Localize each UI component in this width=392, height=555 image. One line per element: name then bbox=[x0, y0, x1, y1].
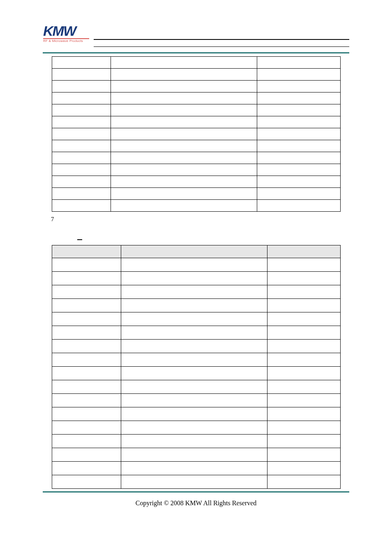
table-header-cell bbox=[121, 245, 267, 258]
table-cell bbox=[52, 448, 121, 462]
spec-table-1 bbox=[52, 56, 341, 212]
table-cell bbox=[257, 152, 341, 164]
table-cell bbox=[121, 299, 267, 312]
table-cell bbox=[52, 188, 111, 200]
table-row bbox=[52, 394, 341, 407]
table-row bbox=[52, 285, 341, 299]
table-cell bbox=[52, 285, 121, 299]
table-row bbox=[52, 435, 341, 448]
page-number: 7 bbox=[51, 216, 54, 223]
table-cell bbox=[111, 104, 257, 116]
table-cell bbox=[257, 140, 341, 152]
table-cell bbox=[111, 116, 257, 128]
table-row bbox=[52, 152, 341, 164]
table-cell bbox=[52, 367, 121, 380]
section-dash bbox=[77, 239, 82, 240]
table-row bbox=[52, 475, 341, 489]
table-cell bbox=[111, 92, 257, 104]
header-rule-1 bbox=[94, 39, 349, 40]
table-row bbox=[52, 200, 341, 212]
table-cell bbox=[257, 69, 341, 81]
table-cell bbox=[121, 258, 267, 272]
table-cell bbox=[267, 367, 341, 380]
table-cell bbox=[267, 258, 341, 272]
logo-text: KMW bbox=[43, 25, 91, 37]
table-cell bbox=[52, 176, 111, 188]
table-cell bbox=[52, 326, 121, 340]
table-cell bbox=[111, 81, 257, 92]
table-cell bbox=[257, 200, 341, 212]
table-row bbox=[52, 92, 341, 104]
table-cell bbox=[121, 340, 267, 353]
table-row bbox=[52, 299, 341, 312]
table-cell bbox=[52, 69, 111, 81]
table-row bbox=[52, 176, 341, 188]
table-cell bbox=[121, 448, 267, 462]
table-cell bbox=[52, 394, 121, 407]
table-row bbox=[52, 128, 341, 140]
table-cell bbox=[257, 116, 341, 128]
table-row bbox=[52, 407, 341, 421]
table-cell bbox=[267, 353, 341, 367]
table-header-cell bbox=[52, 245, 121, 258]
table-cell bbox=[267, 407, 341, 421]
table-cell bbox=[111, 164, 257, 176]
table-cell bbox=[52, 435, 121, 448]
spec-table-2 bbox=[52, 245, 341, 489]
table-row bbox=[52, 340, 341, 353]
table-row bbox=[52, 188, 341, 200]
table-cell bbox=[52, 164, 111, 176]
table-cell bbox=[121, 367, 267, 380]
table-cell bbox=[52, 128, 111, 140]
table-row bbox=[52, 272, 341, 285]
brand-logo: KMW RF & Microwave Products bbox=[43, 25, 91, 49]
table-cell bbox=[257, 164, 341, 176]
table-row bbox=[52, 258, 341, 272]
table-cell bbox=[52, 340, 121, 353]
table-cell bbox=[267, 380, 341, 394]
table-row bbox=[52, 312, 341, 326]
table-cell bbox=[257, 128, 341, 140]
table-cell bbox=[52, 312, 121, 326]
table-cell bbox=[257, 104, 341, 116]
table-row bbox=[52, 462, 341, 475]
table-cell bbox=[52, 407, 121, 421]
table-cell bbox=[267, 475, 341, 489]
table-cell bbox=[111, 140, 257, 152]
table-row bbox=[52, 57, 341, 69]
table-cell bbox=[111, 200, 257, 212]
table-cell bbox=[52, 462, 121, 475]
table-cell bbox=[52, 116, 111, 128]
table-cell bbox=[121, 435, 267, 448]
table-row bbox=[52, 140, 341, 152]
table-cell bbox=[257, 57, 341, 69]
table-cell bbox=[267, 326, 341, 340]
table-cell bbox=[52, 475, 121, 489]
table-cell bbox=[111, 176, 257, 188]
table-cell bbox=[52, 152, 111, 164]
table-cell bbox=[121, 475, 267, 489]
table-cell bbox=[267, 312, 341, 326]
table-row bbox=[52, 81, 341, 92]
table-cell bbox=[121, 407, 267, 421]
table-cell bbox=[121, 272, 267, 285]
table-cell bbox=[52, 140, 111, 152]
table-cell bbox=[111, 188, 257, 200]
table-cell bbox=[121, 285, 267, 299]
table-cell bbox=[267, 272, 341, 285]
table-row bbox=[52, 69, 341, 81]
table-header-cell bbox=[267, 245, 341, 258]
footer-copyright: Copyright © 2008 KMW All Rights Reserved bbox=[0, 500, 392, 507]
table-cell bbox=[52, 81, 111, 92]
table-cell bbox=[121, 394, 267, 407]
table-row bbox=[52, 104, 341, 116]
table-cell bbox=[52, 421, 121, 435]
table-cell bbox=[121, 312, 267, 326]
table-cell bbox=[111, 57, 257, 69]
table-row bbox=[52, 164, 341, 176]
table-cell bbox=[52, 92, 111, 104]
table-cell bbox=[111, 152, 257, 164]
table-cell bbox=[267, 435, 341, 448]
header-rule-2 bbox=[94, 46, 349, 47]
table-cell bbox=[52, 258, 121, 272]
